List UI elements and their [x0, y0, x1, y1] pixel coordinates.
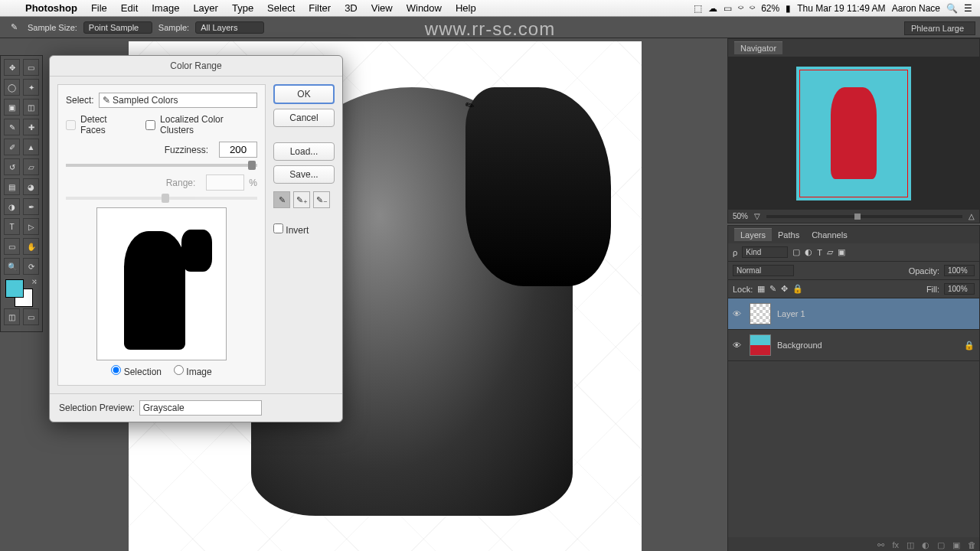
link-icon[interactable]: ⚯: [877, 540, 884, 550]
crop-tool[interactable]: ▣: [4, 99, 20, 116]
fuzziness-input[interactable]: [219, 142, 257, 158]
radio-selection[interactable]: Selection: [111, 365, 162, 377]
spotlight-icon[interactable]: 🔍: [946, 3, 958, 14]
visibility-icon[interactable]: 👁: [733, 341, 743, 350]
workspace-select[interactable]: Phlearn Large: [904, 21, 975, 35]
filter-smart-icon[interactable]: ▣: [838, 247, 845, 257]
menu-file[interactable]: File: [84, 2, 114, 14]
fuzziness-slider[interactable]: [66, 164, 257, 167]
healing-tool[interactable]: ✚: [23, 119, 39, 135]
move-tool[interactable]: ✥: [4, 59, 20, 76]
app-menu[interactable]: Photoshop: [18, 2, 84, 14]
zoom-value[interactable]: 50%: [733, 212, 748, 220]
menu-type[interactable]: Type: [225, 2, 260, 14]
eyedropper-minus-icon[interactable]: ✎₋: [313, 191, 330, 208]
menu-help[interactable]: Help: [449, 2, 483, 14]
sample-select[interactable]: All Layers: [195, 21, 264, 34]
lock-paint-icon[interactable]: ✎: [769, 284, 776, 294]
adjustment-icon[interactable]: ◐: [922, 540, 929, 550]
eraser-tool[interactable]: ▱: [23, 158, 39, 175]
wifi-icon[interactable]: ⌔: [750, 3, 755, 14]
blend-mode-select[interactable]: Normal: [733, 265, 794, 276]
menu-edit[interactable]: Edit: [114, 2, 145, 14]
wand-tool[interactable]: ✦: [23, 79, 39, 96]
marquee-tool[interactable]: ▭: [23, 59, 39, 76]
layer-row[interactable]: 👁 Layer 1: [728, 298, 979, 330]
user-name[interactable]: Aaron Nace: [892, 3, 940, 14]
blur-tool[interactable]: ◕: [23, 178, 39, 195]
navigator-tab[interactable]: Navigator: [734, 41, 782, 54]
tab-layers[interactable]: Layers: [734, 228, 772, 241]
lasso-tool[interactable]: ◯: [4, 79, 20, 96]
filter-shape-icon[interactable]: ▱: [827, 247, 833, 257]
selection-preview[interactable]: [96, 207, 227, 360]
type-tool[interactable]: T: [4, 218, 20, 235]
eyedropper-plus-icon[interactable]: ✎₊: [293, 191, 310, 208]
stamp-tool[interactable]: ▲: [23, 139, 39, 155]
rotate-tool[interactable]: ⟳: [23, 258, 39, 275]
pen-tool[interactable]: ✒: [23, 198, 39, 215]
visibility-icon[interactable]: 👁: [733, 309, 743, 318]
layer-thumbnail[interactable]: [750, 303, 771, 324]
opacity-value[interactable]: 100%: [944, 265, 975, 276]
eyedropper-tool[interactable]: ✎: [4, 119, 20, 135]
select-dropdown[interactable]: ✎ Sampled Colors: [99, 93, 257, 108]
zoom-tool[interactable]: 🔍: [4, 258, 20, 275]
layer-thumbnail[interactable]: [750, 334, 771, 356]
eyedropper-tool-icon[interactable]: ✎: [6, 20, 21, 35]
delete-icon[interactable]: 🗑: [968, 540, 976, 550]
battery-status[interactable]: 62%: [761, 3, 779, 14]
radio-image[interactable]: Image: [174, 365, 212, 377]
record-icon[interactable]: ⬚: [694, 3, 702, 14]
navigator-body[interactable]: [728, 57, 979, 210]
swap-colors-icon[interactable]: ⤭: [31, 278, 38, 285]
zoom-out-icon[interactable]: ▽: [754, 212, 760, 220]
layer-name[interactable]: Layer 1: [777, 309, 805, 318]
menu-select[interactable]: Select: [260, 2, 302, 14]
menu-image[interactable]: Image: [145, 2, 186, 14]
localized-checkbox[interactable]: [145, 120, 155, 130]
hand-tool[interactable]: ✋: [23, 238, 39, 255]
datetime[interactable]: Thu Mar 19 11:49 AM: [797, 3, 885, 14]
foreground-color[interactable]: [5, 279, 24, 298]
navigator-thumbnail[interactable]: [796, 67, 911, 201]
layer-name[interactable]: Background: [777, 341, 822, 350]
zoom-slider[interactable]: [766, 215, 962, 218]
menu-extras-icon[interactable]: ☰: [964, 3, 972, 14]
invert-checkbox[interactable]: Invert: [273, 223, 335, 236]
ok-button[interactable]: OK: [273, 84, 335, 104]
group-icon[interactable]: ▢: [937, 540, 945, 550]
lock-pos-icon[interactable]: ✥: [781, 284, 788, 294]
menu-3d[interactable]: 3D: [338, 2, 364, 14]
fill-value[interactable]: 100%: [944, 283, 975, 295]
fx-icon[interactable]: fx: [892, 540, 899, 550]
bluetooth-icon[interactable]: ⌔: [738, 3, 743, 14]
load-button[interactable]: Load...: [273, 142, 335, 161]
shape-tool[interactable]: ▭: [4, 238, 20, 255]
display-icon[interactable]: ▭: [724, 3, 732, 14]
gradient-tool[interactable]: ▤: [4, 178, 20, 195]
history-brush-tool[interactable]: ↺: [4, 158, 20, 175]
menu-layer[interactable]: Layer: [186, 2, 225, 14]
navigator-viewbox[interactable]: [799, 70, 908, 197]
cloud-icon[interactable]: ☁: [708, 3, 717, 14]
menu-view[interactable]: View: [364, 2, 400, 14]
filter-type-icon[interactable]: T: [817, 248, 822, 257]
filter-kind-select[interactable]: Kind: [742, 246, 788, 258]
tab-paths[interactable]: Paths: [772, 229, 805, 241]
mask-icon[interactable]: ◫: [906, 540, 914, 550]
tab-channels[interactable]: Channels: [805, 229, 853, 241]
filter-adjust-icon[interactable]: ◐: [805, 247, 812, 257]
lock-trans-icon[interactable]: ▦: [757, 284, 765, 294]
quickmask-tool[interactable]: ◫: [4, 308, 20, 325]
eyedropper-icon[interactable]: ✎: [273, 191, 290, 208]
filter-pixel-icon[interactable]: ▢: [792, 247, 800, 257]
menu-window[interactable]: Window: [400, 2, 449, 14]
slice-tool[interactable]: ◫: [23, 99, 39, 116]
dodge-tool[interactable]: ◑: [4, 198, 20, 215]
layer-row[interactable]: 👁 Background 🔒: [728, 330, 979, 361]
path-tool[interactable]: ▷: [23, 218, 39, 235]
brush-tool[interactable]: ✐: [4, 139, 20, 155]
lock-all-icon[interactable]: 🔒: [792, 284, 803, 294]
menu-filter[interactable]: Filter: [302, 2, 338, 14]
